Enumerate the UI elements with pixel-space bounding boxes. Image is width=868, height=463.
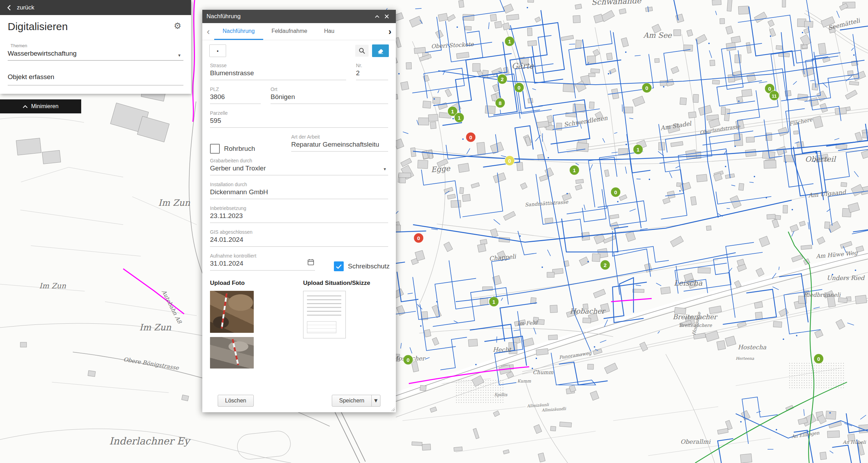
svg-text:0: 0 [469,134,472,140]
map-label: Chumm [533,369,554,376]
map-marker[interactable]: 0 [414,233,424,243]
map-label: Im Feld [517,320,538,327]
map-marker[interactable]: 1 [569,165,579,175]
strasse-label: Strasse [210,63,346,69]
map-marker[interactable]: 0 [466,132,476,142]
map-marker[interactable]: 0 [403,355,413,365]
chevron-down-icon: ▼ [177,53,181,57]
chevron-up-icon [375,15,379,18]
tab-hausanschluss[interactable]: Hau [316,23,343,40]
aufnahme-kontrolliert-label: Aufnahme kontrolliert [210,253,315,259]
map-label: Im Zun [158,198,190,208]
map-label: Hostecha [738,344,766,351]
digitize-panel-header[interactable]: zurück [0,0,191,15]
map-label: Egge [431,164,451,174]
map-label: Oberallmi [680,438,711,445]
tab-scroll-left[interactable]: ‹ [202,23,214,40]
speichern-button[interactable]: Speichern [332,395,372,407]
nr-label: Nr. [356,63,388,69]
minimize-bar[interactable]: Minimieren [0,99,81,113]
calendar-icon[interactable] [307,259,314,267]
uploaded-photo-1[interactable] [210,291,254,333]
search-button[interactable] [355,45,369,57]
tab-nachfuehrung[interactable]: Nachführung [214,23,263,40]
themen-value: Wasserbewirtschaftung [8,50,77,57]
themen-select[interactable]: Wasserbewirtschaftung ▼ [8,49,183,61]
parzelle-input[interactable]: 595 [210,116,388,128]
map-label: Riedbrünneli [804,292,841,298]
map-marker[interactable]: 1 [633,145,643,154]
speichern-dropdown-button[interactable]: ▼ [371,395,380,407]
map-label: An Hübeli [842,440,866,445]
map-marker[interactable]: 1 [454,113,464,122]
art-der-arbeit-input[interactable]: Reparatur Gemeinschaftsleitu [291,140,388,152]
svg-text:0: 0 [645,85,648,91]
back-icon[interactable] [7,5,11,10]
eraser-icon [377,47,384,55]
digitize-panel: zurück Digitalisieren ⚙ Themen Wasserbew… [0,0,191,94]
map-viewport[interactable]: SchwanandeAm SeeSeemätteliGärteOberi Sto… [0,0,868,463]
map-label: Inderlachner Ey [109,435,191,447]
inbetriebsetzung-input[interactable]: 23.11.2023 [210,211,388,223]
map-label: Hecht [493,346,512,353]
nr-input[interactable]: 2 [356,69,388,80]
map-label: Am See [643,31,672,40]
dialog-toolbar: • [202,40,396,60]
map-marker[interactable]: 2 [600,260,610,270]
installation-input[interactable]: Dickenmann GmbH [210,188,388,199]
point-symbol-button[interactable]: • [209,44,226,57]
gis-abgeschlossen-input[interactable]: 24.01.2024 [210,235,388,247]
ort-label: Ort [271,86,388,92]
svg-text:2: 2 [604,262,607,268]
ort-input[interactable]: Bönigen [271,92,388,104]
back-button[interactable]: zurück [17,4,34,11]
svg-text:8: 8 [499,100,502,106]
uploaded-situation-document[interactable] [303,291,346,338]
edit-geometry-button[interactable] [372,44,389,57]
rohrbruch-checkbox[interactable] [210,144,220,154]
map-marker[interactable]: 0 [611,187,621,197]
map-marker[interactable]: 0 [505,156,514,166]
gis-abgeschlossen-label: GIS abgeschlossen [210,229,388,235]
plz-input[interactable]: 3806 [210,92,261,104]
minimize-label: Minimieren [31,103,58,110]
plz-label: PLZ [210,86,261,92]
dialog-title: Nachführung [206,13,240,20]
svg-text:0: 0 [817,356,820,362]
map-marker[interactable]: 1 [505,36,514,46]
schreibschutz-label: Schreibschutz [348,262,390,270]
map-marker[interactable]: 11 [769,91,779,100]
close-button[interactable] [382,12,392,21]
map-marker[interactable]: 2 [497,74,507,84]
dialog-titlebar[interactable]: Nachführung [202,10,396,23]
svg-text:0: 0 [407,357,410,363]
svg-text:0: 0 [614,189,617,195]
objekt-erfassen-field[interactable]: Objekt erfassen [8,73,183,85]
map-marker[interactable]: 0 [814,354,824,364]
map-marker[interactable]: 8 [495,98,505,108]
svg-text:1: 1 [451,108,454,114]
collapse-button[interactable] [372,12,382,21]
aufnahme-kontrolliert-input[interactable]: 31.01.2024 [210,259,315,271]
svg-text:1: 1 [637,147,639,153]
uploaded-photo-2[interactable] [210,337,254,369]
strasse-input[interactable]: Blumenstrasse [210,69,346,80]
parzelle-label: Parzelle [210,110,388,116]
tab-feldaufnahme[interactable]: Feldaufnahme [263,23,316,40]
themen-label: Themen [10,43,183,48]
tab-scroll-right[interactable]: › [384,23,396,40]
search-icon [358,47,365,54]
installation-label: Installation durch [210,182,388,188]
gear-icon[interactable]: ⚙ [174,21,181,31]
map-marker[interactable]: 0 [642,83,652,93]
schreibschutz-checkbox[interactable] [334,261,344,271]
map-marker[interactable]: 1 [489,297,499,307]
chevron-down-icon[interactable]: ▼ [383,167,387,171]
map-label: Herteena [736,356,754,361]
grabarbeiten-select[interactable]: Gerber und Troxler [210,164,388,175]
svg-text:2: 2 [501,76,504,82]
loeschen-button[interactable]: Löschen [218,395,254,407]
map-marker[interactable]: 0 [514,83,524,92]
check-icon [336,264,342,269]
panel-title: Digitalisieren [8,21,68,33]
